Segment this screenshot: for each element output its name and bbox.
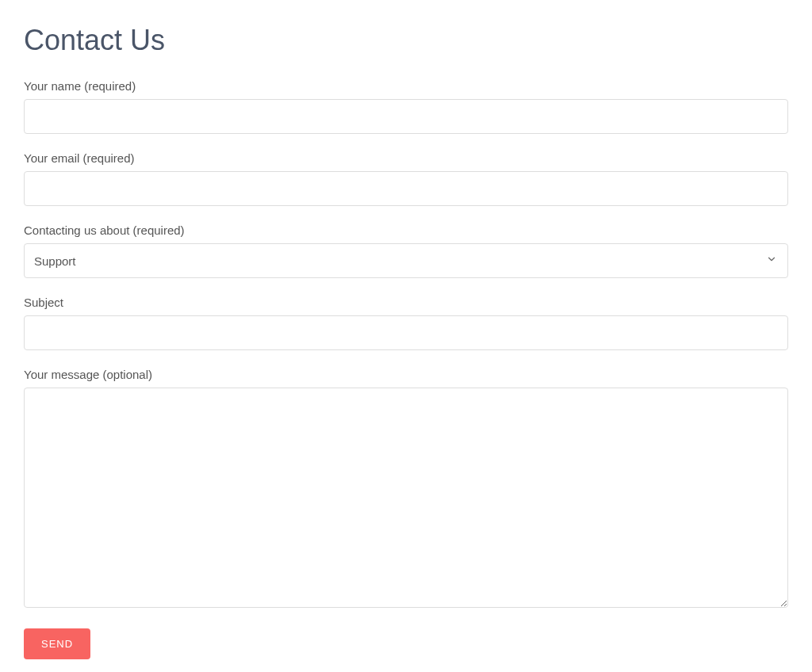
topic-select-wrapper: Support — [24, 243, 788, 278]
page-title: Contact Us — [24, 24, 788, 57]
name-input[interactable] — [24, 99, 788, 134]
email-label: Your email (required) — [24, 151, 788, 165]
subject-field-group: Subject — [24, 296, 788, 350]
topic-label: Contacting us about (required) — [24, 223, 788, 237]
topic-select[interactable]: Support — [24, 243, 788, 278]
subject-label: Subject — [24, 296, 788, 309]
subject-input[interactable] — [24, 315, 788, 350]
send-button[interactable]: SEND — [24, 628, 90, 659]
message-field-group: Your message (optional) — [24, 368, 788, 611]
name-field-group: Your name (required) — [24, 79, 788, 134]
name-label: Your name (required) — [24, 79, 788, 93]
email-field-group: Your email (required) — [24, 151, 788, 206]
contact-form-container: Contact Us Your name (required) Your ema… — [24, 24, 788, 659]
email-input[interactable] — [24, 171, 788, 206]
topic-field-group: Contacting us about (required) Support — [24, 223, 788, 278]
message-textarea[interactable] — [24, 388, 788, 608]
message-label: Your message (optional) — [24, 368, 788, 381]
